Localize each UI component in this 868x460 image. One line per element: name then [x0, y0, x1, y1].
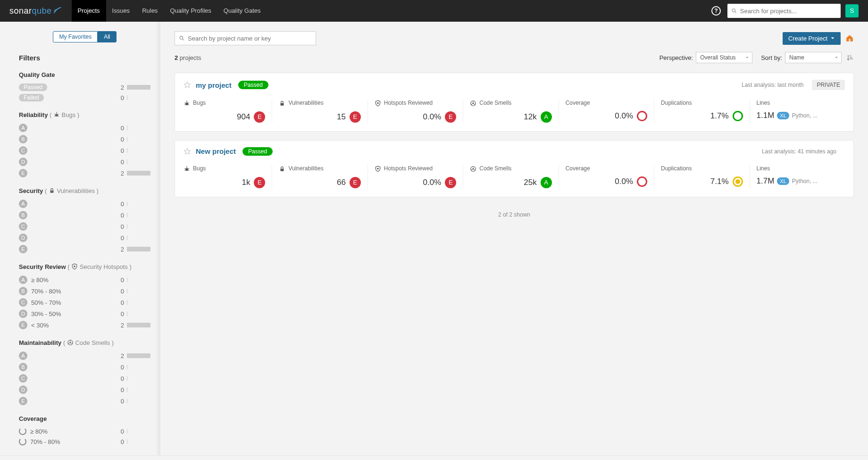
facet-quality-gate-passed[interactable]: Passed 2 [19, 82, 150, 92]
metric[interactable]: Hotspots Reviewed 0.0%E [367, 100, 463, 123]
brand-logo[interactable]: sonarqube [9, 6, 62, 16]
facet-row[interactable]: A≥ 80%0 [19, 274, 150, 285]
facet-row[interactable]: E2 [19, 243, 150, 255]
metric[interactable]: Vulnerabilities 66E [272, 165, 367, 188]
facet-row[interactable]: C0 [19, 221, 150, 232]
facet-bar [127, 277, 127, 282]
brand-text-2: qube [32, 6, 52, 16]
facet-title[interactable]: Reliability ( Bugs ) [19, 111, 150, 118]
facet-title[interactable]: Security Review ( Security Hotspots ) [19, 263, 150, 270]
metric[interactable]: Duplications 7.1% [654, 165, 749, 188]
metric[interactable]: Coverage 0.0% [559, 100, 654, 123]
facet-row[interactable]: B0 [19, 209, 150, 221]
facet-row[interactable]: ≥ 80%0 [19, 426, 150, 436]
facet-row[interactable]: A0 [19, 198, 150, 209]
metric[interactable]: Coverage 0.0% [559, 165, 654, 188]
facet-row[interactable]: A2 [19, 350, 150, 361]
rating-badge: E [350, 111, 361, 123]
favorite-star-icon[interactable] [184, 81, 191, 89]
create-project-button[interactable]: Create Project [783, 32, 841, 45]
metric[interactable]: Duplications 1.7% [654, 100, 749, 123]
facet-row[interactable]: E0 [19, 395, 150, 407]
facet-title[interactable]: Security ( Vulnerabilities ) [19, 187, 150, 194]
facet-row[interactable]: D0 [19, 156, 150, 167]
svg-line-35 [184, 168, 185, 168]
metric-value: 0.0% [615, 177, 633, 186]
tab-all[interactable]: All [98, 31, 116, 42]
brand-text-1: sonar [9, 6, 32, 16]
facet-coverage-title[interactable]: Coverage [19, 415, 150, 422]
visibility-badge: PRIVATE [812, 80, 845, 90]
project-name-link[interactable]: New project [196, 147, 236, 155]
help-icon[interactable]: ? [711, 6, 721, 16]
sort-select[interactable]: Name [785, 52, 842, 63]
facet-row[interactable]: C0 [19, 145, 150, 156]
metric-value: 0.0% [615, 111, 633, 121]
facet-row[interactable]: 70% - 80%0 [19, 436, 150, 446]
metric[interactable]: Hotspots Reviewed 0.0%E [367, 165, 463, 188]
facet-row[interactable]: E< 30%2 [19, 319, 150, 331]
facet-quality-gate-failed[interactable]: Failed 0 [19, 92, 150, 103]
nav-quality-profiles[interactable]: Quality Profiles [164, 0, 217, 22]
svg-point-40 [377, 167, 379, 169]
facet-row[interactable]: C0 [19, 373, 150, 384]
facet-row[interactable]: B0 [19, 134, 150, 145]
grade-bubble: E [19, 321, 27, 329]
nav-quality-gates[interactable]: Quality Gates [217, 0, 267, 22]
project-search[interactable] [175, 31, 316, 45]
facet-row[interactable]: B70% - 80%0 [19, 285, 150, 297]
metric-value: 1k [242, 178, 250, 187]
facet-title[interactable]: Maintainability ( Code Smells ) [19, 339, 150, 346]
tab-my-favorites[interactable]: My Favorites [53, 31, 98, 42]
grade-bubble: B [19, 211, 27, 219]
metric[interactable]: Vulnerabilities 15E [272, 100, 367, 123]
facet-bar [127, 311, 127, 316]
facet-row[interactable]: B0 [19, 361, 150, 373]
grade-bubble: C [19, 298, 27, 307]
global-search[interactable] [727, 4, 841, 18]
facet-bar [127, 137, 127, 142]
perspective-select[interactable]: Overall Status [696, 52, 752, 63]
facet-quality-gate-title[interactable]: Quality Gate [19, 71, 150, 78]
languages-text: Python, ... [792, 178, 818, 184]
facet-row[interactable]: A0 [19, 122, 150, 134]
nav-rules[interactable]: Rules [136, 0, 164, 22]
perspective-label: Perspective: [659, 54, 693, 61]
facet-row[interactable]: D0 [19, 384, 150, 395]
facet-row[interactable]: D0 [19, 232, 150, 243]
metric-lines[interactable]: Lines 1.7MXLPython, ... [750, 165, 845, 188]
project-search-input[interactable] [188, 35, 312, 42]
svg-line-36 [188, 168, 189, 168]
sort-direction-icon[interactable] [846, 54, 854, 62]
facet-row[interactable]: E2 [19, 167, 150, 179]
svg-line-37 [184, 170, 185, 170]
size-badge: XL [777, 112, 789, 119]
rating-badge: E [254, 111, 265, 123]
brand-wave-icon [53, 6, 62, 16]
metric[interactable]: Code Smells 25kA [463, 165, 558, 188]
facet-bar [127, 95, 127, 100]
metric-lines[interactable]: Lines 1.1MXLPython, ... [750, 100, 845, 123]
metric[interactable]: Bugs 1kE [184, 165, 272, 188]
metric[interactable]: Code Smells 12kA [463, 100, 558, 123]
svg-point-0 [732, 9, 735, 12]
grade-bubble: E [19, 245, 27, 253]
favorite-star-icon[interactable] [184, 148, 191, 156]
facet-row[interactable]: C50% - 70%0 [19, 297, 150, 308]
grade-bubble: E [19, 397, 27, 405]
metric-value: 7.1% [710, 177, 729, 186]
top-nav: sonarqube Projects Issues Rules Quality … [0, 0, 868, 22]
facet-row[interactable]: D30% - 50%0 [19, 308, 150, 319]
nav-projects[interactable]: Projects [72, 0, 106, 22]
metric[interactable]: Bugs 904E [184, 100, 272, 123]
caret-down-icon [835, 56, 838, 59]
favorites-toggle: My Favorites All [19, 31, 150, 42]
user-avatar[interactable]: S [845, 4, 859, 17]
grade-bubble: B [19, 363, 27, 371]
rating-badge: E [254, 177, 265, 188]
project-name-link[interactable]: my project [196, 81, 232, 89]
nav-issues[interactable]: Issues [106, 0, 136, 22]
home-icon[interactable] [845, 34, 854, 42]
global-search-input[interactable] [740, 8, 837, 15]
grade-bubble: D [19, 158, 27, 166]
